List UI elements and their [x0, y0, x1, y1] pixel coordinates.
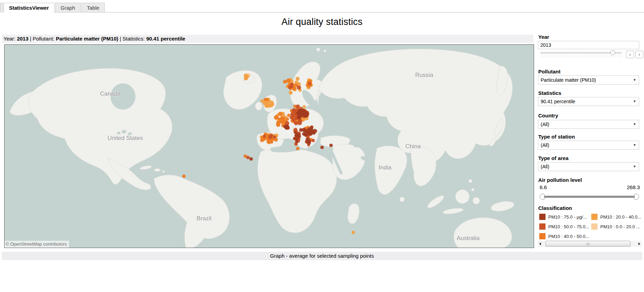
map-sampling-point[interactable] — [292, 109, 295, 113]
pollution-range-slider[interactable] — [540, 193, 639, 200]
area-type-filter-label: Type of area — [538, 155, 568, 161]
map-sampling-point[interactable] — [329, 144, 333, 147]
tab-label: Table — [87, 5, 100, 11]
legend-item[interactable]: PM10 : 50.0 - 75.0... — [539, 222, 591, 231]
legend-horizontal-scrollbar[interactable] — [538, 241, 642, 247]
map-sampling-point[interactable] — [289, 91, 292, 95]
info-pollutant-value: Particulate matter (PM10) — [56, 36, 118, 42]
map-sampling-point[interactable] — [287, 114, 291, 117]
legend-item[interactable]: PM10 : 0.0 - 20.0 ... — [591, 222, 643, 231]
country-filter-label: Country — [538, 113, 558, 118]
map-sampling-point[interactable] — [297, 86, 301, 90]
year-input[interactable] — [538, 41, 639, 49]
map-sampling-point[interactable] — [290, 112, 294, 116]
country-select[interactable]: (All) ▼ — [538, 120, 639, 129]
station-type-filter-label: Type of station — [538, 134, 575, 140]
map-sampling-point[interactable] — [296, 105, 300, 109]
tab-statisticsviewer[interactable]: StatisticsViewer — [3, 3, 54, 12]
legend-item[interactable]: PM10 : 20.0 - 40.0... — [591, 213, 643, 221]
map-sampling-point[interactable] — [295, 77, 299, 81]
map-sampling-point[interactable] — [352, 231, 355, 234]
statistics-select[interactable]: 90.41 percentile ▼ — [538, 97, 639, 106]
scroll-right-icon[interactable] — [637, 241, 642, 247]
year-slider[interactable] — [540, 50, 622, 59]
statistics-filter-label: Statistics — [538, 90, 561, 96]
map-view[interactable]: CanadaUnited StatesRussiaChinaIndiaBrazi… — [4, 44, 534, 248]
map-sampling-point[interactable] — [310, 128, 314, 131]
pollution-min-value: 6.6 — [540, 184, 547, 190]
map-sampling-point[interactable] — [246, 156, 250, 159]
map-sampling-point[interactable] — [290, 116, 293, 119]
station-type-select[interactable]: (All) ▼ — [538, 141, 639, 150]
legend-swatch — [539, 223, 546, 230]
pollution-slider-handle-max[interactable] — [634, 194, 639, 200]
year-slider-track[interactable] — [540, 52, 622, 54]
map-sampling-point[interactable] — [296, 133, 300, 136]
chevron-down-icon: ▼ — [633, 162, 636, 171]
map-sampling-point[interactable] — [309, 132, 312, 135]
legend-item-label: PM10 : 0.0 - 20.0 ... — [600, 224, 640, 229]
map-sampling-point[interactable] — [263, 135, 266, 138]
map-sampling-point[interactable] — [273, 135, 276, 139]
map-sampling-point[interactable] — [301, 109, 305, 112]
map-sampling-point[interactable] — [280, 116, 284, 120]
map-sampling-point[interactable] — [266, 104, 270, 108]
year-slider-ticks — [540, 55, 622, 57]
map-sampling-point[interactable] — [286, 79, 291, 83]
legend-swatch — [539, 233, 546, 239]
legend-swatch — [591, 214, 598, 220]
map-sampling-point[interactable] — [278, 121, 282, 124]
map-sampling-point[interactable] — [296, 147, 299, 150]
legend-item[interactable]: PM10 : 40.0 - 50.0... — [539, 232, 591, 240]
year-slider-handle[interactable] — [610, 50, 615, 55]
chevron-down-icon: ▼ — [633, 120, 636, 129]
legend-swatch — [591, 223, 598, 230]
map-sampling-point[interactable] — [293, 137, 296, 140]
tab-graph[interactable]: Graph — [55, 3, 81, 12]
legend-item-label: PM10 : 50.0 - 75.0... — [548, 224, 589, 229]
map-sampling-point[interactable] — [288, 86, 291, 89]
map-sampling-point[interactable] — [274, 115, 278, 120]
map-sampling-point[interactable] — [285, 125, 289, 128]
map-sampling-point[interactable] — [244, 77, 248, 80]
map-sampling-point[interactable] — [303, 133, 308, 137]
map-sampling-point[interactable] — [294, 121, 298, 125]
info-year-value: 2013 — [17, 36, 28, 42]
pollution-slider-handle-min[interactable] — [540, 194, 544, 200]
map-sampling-point[interactable] — [302, 113, 307, 117]
map-sampling-point[interactable] — [290, 82, 293, 86]
map-sampling-point[interactable] — [299, 128, 303, 132]
legend-item[interactable]: PM10 : 75.0 - µg/... — [539, 213, 591, 221]
map-sampling-point[interactable] — [303, 105, 306, 108]
scrollbar-thumb[interactable] — [546, 241, 630, 247]
map-sampling-point[interactable] — [182, 175, 186, 178]
map-sampling-point[interactable] — [311, 139, 315, 142]
map-sampling-point[interactable] — [308, 82, 311, 85]
map-sampling-point[interactable] — [320, 146, 324, 149]
tab-table[interactable]: Table — [81, 3, 105, 12]
pollution-slider-track[interactable] — [541, 196, 638, 198]
pollution-max-value: 268.3 — [627, 184, 640, 190]
map-sampling-point[interactable] — [249, 157, 253, 161]
map-sampling-point[interactable] — [294, 131, 297, 134]
map-sampling-point[interactable] — [270, 103, 274, 106]
tab-sliver — [0, 3, 3, 12]
statistics-select-value: 90.41 percentile — [541, 99, 575, 104]
map-sampling-point[interactable] — [278, 112, 283, 116]
map-sampling-point[interactable] — [306, 129, 309, 133]
map-sampling-point[interactable] — [307, 141, 311, 145]
legend-item-label: PM10 : 40.0 - 50.0... — [548, 234, 589, 239]
info-statistics-value: 90.41 percentile — [146, 36, 186, 42]
map-sampling-point[interactable] — [268, 135, 272, 139]
country-select-value: (All) — [541, 122, 549, 127]
pollutant-select[interactable]: Particulate matter (PM10) ▼ — [538, 76, 639, 85]
scroll-left-icon[interactable] — [538, 241, 542, 247]
area-type-select[interactable]: (All) ▼ — [538, 162, 639, 171]
map-sampling-point[interactable] — [264, 98, 267, 101]
year-next-button[interactable]: › — [635, 51, 643, 58]
year-prev-button[interactable]: ‹ — [626, 51, 634, 58]
map-sampling-point[interactable] — [295, 140, 298, 143]
map-sampling-point[interactable] — [313, 129, 317, 133]
year-filter-label: Year — [538, 34, 549, 40]
area-type-select-value: (All) — [541, 164, 549, 169]
